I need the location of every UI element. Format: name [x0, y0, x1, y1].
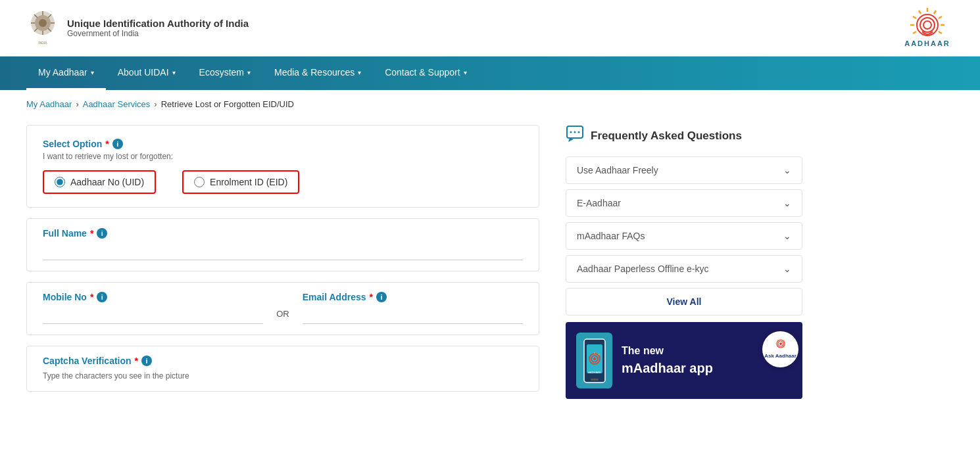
chevron-down-icon: ⌄ — [783, 198, 791, 208]
select-option-section: Select Option * i I want to retrieve my … — [26, 125, 539, 208]
radio-enrolment-eid-input[interactable] — [194, 177, 205, 187]
chevron-down-icon: ▾ — [91, 69, 94, 76]
full-name-label: Full Name * i — [43, 228, 523, 239]
header-title: Unique Identification Authority of India… — [67, 18, 249, 38]
required-star: * — [105, 139, 109, 149]
chevron-down-icon: ⌄ — [783, 264, 791, 274]
svg-text:AADHAAR: AADHAAR — [588, 371, 600, 374]
faq-title: Frequently Asked Questions — [566, 125, 802, 147]
svg-line-16 — [939, 32, 942, 34]
nav-contact-support[interactable]: Contact & Support ▾ — [373, 57, 478, 90]
svg-point-26 — [570, 131, 572, 133]
captcha-hint: Type the characters you see in the pictu… — [43, 371, 523, 381]
full-name-section: Full Name * i — [26, 218, 539, 271]
ask-aadhaar-button[interactable]: Ask Aadhaar — [762, 331, 798, 367]
chevron-down-icon: ▾ — [172, 69, 176, 76]
chevron-down-icon: ▾ — [464, 69, 467, 76]
svg-line-42 — [783, 340, 784, 341]
faq-item-paperless-offline[interactable]: Aadhaar Paperless Offline e-kyc ⌄ — [566, 255, 802, 283]
mobile-input[interactable] — [43, 308, 263, 324]
chevron-down-icon: ⌄ — [783, 231, 791, 241]
nav-media-resources[interactable]: Media & Resources ▾ — [262, 57, 373, 90]
svg-line-13 — [934, 11, 936, 14]
mobile-email-section: Mobile No * i OR Email Address * i — [26, 282, 539, 335]
mobile-label: Mobile No * i — [43, 292, 263, 302]
select-option-hint: I want to retrieve my lost or forgotten: — [43, 152, 523, 161]
header: INDIA Unique Identification Authority of… — [0, 0, 980, 57]
svg-line-18 — [913, 16, 916, 18]
svg-point-27 — [574, 131, 576, 133]
emblem-icon: INDIA — [26, 10, 59, 46]
email-field: Email Address * i — [303, 292, 523, 324]
select-option-label: Select Option * i — [43, 139, 523, 149]
faq-item-e-aadhaar[interactable]: E-Aadhaar ⌄ — [566, 189, 802, 217]
radio-options: Aadhaar No (UID) Enrolment ID (EID) — [43, 170, 523, 194]
svg-line-35 — [599, 354, 600, 355]
faq-icon — [566, 125, 584, 147]
org-name: Unique Identification Authority of India — [67, 18, 249, 29]
radio-aadhaar-uid-input[interactable] — [55, 177, 65, 187]
nav-ecosystem[interactable]: Ecosystem ▾ — [187, 57, 262, 90]
phone-icon: AADHAAR — [581, 338, 608, 384]
radio-aadhaar-uid-label: Aadhaar No (UID) — [70, 177, 144, 187]
breadcrumb-aadhaar-services[interactable]: Aadhaar Services — [83, 99, 151, 109]
required-star-email: * — [370, 292, 373, 302]
svg-line-44 — [783, 347, 784, 348]
required-star-mobile: * — [90, 292, 93, 302]
breadcrumb-sep-1: › — [76, 99, 78, 109]
aadhaar-logo: AADHAAR — [901, 7, 954, 49]
full-name-input[interactable] — [43, 244, 523, 260]
aadhaar-logo-icon: AADHAAR — [901, 7, 954, 49]
breadcrumb-my-aadhaar[interactable]: My Aadhaar — [26, 99, 72, 109]
svg-point-40 — [779, 342, 782, 345]
radio-aadhaar-uid[interactable]: Aadhaar No (UID) — [43, 170, 156, 194]
chevron-down-icon: ▾ — [358, 69, 361, 76]
nav-my-aadhaar[interactable]: My Aadhaar ▾ — [26, 57, 106, 90]
svg-point-22 — [920, 18, 935, 32]
svg-line-20 — [913, 32, 916, 34]
maad-banner-text: The new mAadhaar app — [622, 344, 713, 377]
svg-text:INDIA: INDIA — [38, 41, 47, 45]
required-star-captcha: * — [135, 356, 138, 366]
breadcrumb-sep-2: › — [154, 99, 157, 109]
captcha-info-icon[interactable]: i — [141, 356, 152, 366]
svg-rect-37 — [591, 379, 599, 381]
header-left: INDIA Unique Identification Authority of… — [26, 10, 249, 46]
breadcrumb: My Aadhaar › Aadhaar Services › Retrieve… — [0, 90, 980, 118]
email-label: Email Address * i — [303, 292, 523, 302]
svg-text:AADHAAR: AADHAAR — [904, 39, 950, 47]
header-right: AADHAAR — [901, 7, 954, 49]
email-input[interactable] — [303, 308, 523, 324]
view-all-button[interactable]: View All — [566, 288, 802, 315]
chevron-down-icon: ▾ — [247, 69, 251, 76]
radio-enrolment-eid[interactable]: Enrolment ID (EID) — [182, 170, 299, 194]
radio-enrolment-eid-label: Enrolment ID (EID) — [210, 177, 287, 187]
main-content: Select Option * i I want to retrieve my … — [0, 118, 980, 409]
faq-item-maad-faqs[interactable]: mAadhaar FAQs ⌄ — [566, 222, 802, 250]
svg-line-17 — [919, 11, 921, 14]
svg-line-45 — [777, 340, 777, 341]
captcha-section: Captcha Verification * i Type the charac… — [26, 346, 539, 392]
faq-item-use-aadhaar-freely[interactable]: Use Aadhaar Freely ⌄ — [566, 156, 802, 184]
ask-aadhaar-icon — [772, 338, 790, 353]
navigation: My Aadhaar ▾ About UIDAI ▾ Ecosystem ▾ M… — [0, 57, 980, 90]
mobile-info-icon[interactable]: i — [97, 292, 107, 302]
mobile-field: Mobile No * i — [43, 292, 263, 324]
chevron-down-icon: ⌄ — [783, 165, 791, 175]
maad-banner: AADHAAR The new mAadhaar app — [566, 322, 802, 399]
svg-line-14 — [939, 16, 942, 18]
required-star-fullname: * — [90, 228, 93, 239]
nav-about-uidai[interactable]: About UIDAI ▾ — [106, 57, 187, 90]
svg-point-28 — [578, 131, 580, 133]
full-name-info-icon[interactable]: i — [97, 228, 107, 239]
svg-point-23 — [923, 21, 931, 29]
email-info-icon[interactable]: i — [376, 292, 387, 302]
maad-phone-image: AADHAAR — [576, 333, 612, 388]
svg-point-2 — [39, 19, 47, 27]
gov-name: Government of India — [67, 29, 249, 38]
breadcrumb-current: Retrieve Lost or Forgotten EID/UID — [161, 99, 294, 109]
svg-point-33 — [593, 358, 596, 360]
faq-area: Frequently Asked Questions Use Aadhaar F… — [566, 125, 802, 402]
form-area: Select Option * i I want to retrieve my … — [26, 125, 539, 402]
select-option-info-icon[interactable]: i — [112, 139, 123, 149]
